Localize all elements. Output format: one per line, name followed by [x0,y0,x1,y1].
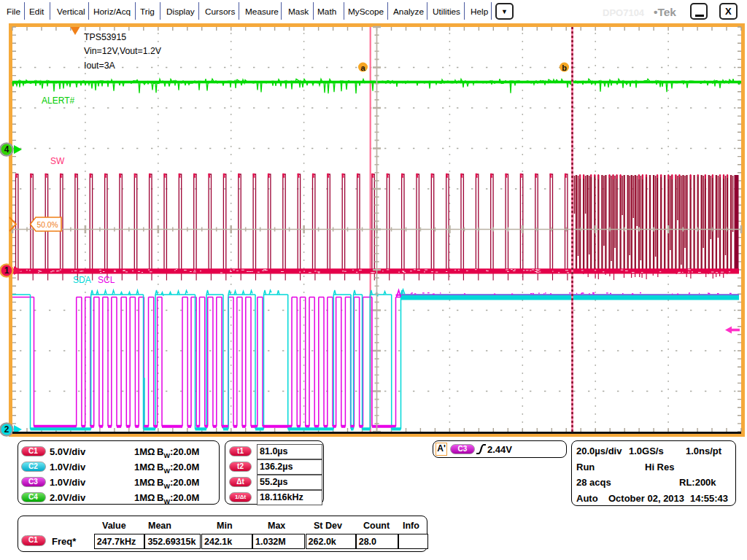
svg-text:b: b [562,63,567,72]
svg-text:ALERT#: ALERT# [42,96,74,106]
svg-text:2: 2 [4,424,9,435]
svg-text:SW: SW [50,156,65,166]
svg-text:50.0%: 50.0% [37,221,58,229]
svg-text:SCL: SCL [98,275,115,285]
svg-text:1: 1 [4,265,9,276]
svg-text:4: 4 [4,144,9,155]
svg-text:SDA: SDA [73,275,91,285]
svg-text:a: a [360,63,365,72]
